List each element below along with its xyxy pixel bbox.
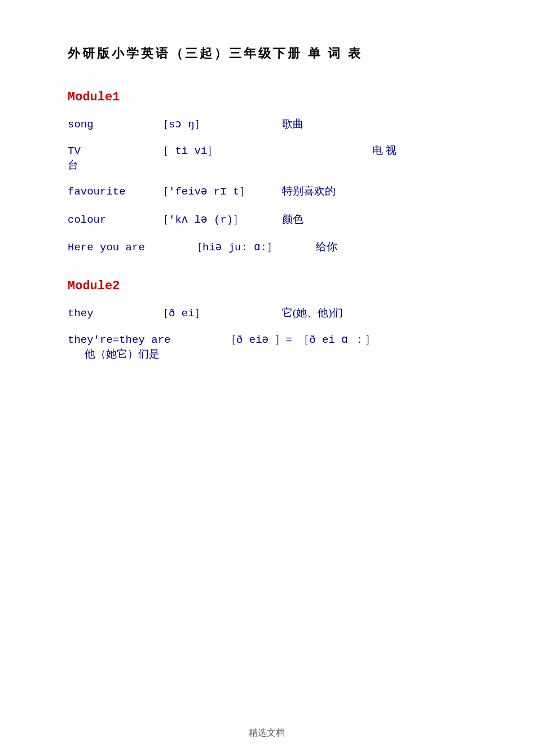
word-english-tv: TV: [68, 145, 158, 157]
word-row-tv: TV ［ ti vi］ 电 视: [68, 143, 465, 158]
word-english-favourite: favourite: [68, 183, 158, 200]
word-chinese-they: 它(她、他)们: [282, 304, 343, 321]
word-english-here-you-are: Here you are: [68, 239, 192, 256]
word-chinese-tv: 电 视: [372, 143, 397, 158]
word-phonetic-tv: ［ ti vi］: [158, 143, 372, 158]
word-chinese-here-you-are: 给你: [316, 238, 337, 255]
word-chinese-song: 歌曲: [282, 116, 303, 132]
word-english-song: song: [68, 116, 158, 133]
word-continuation-tv: 台: [68, 158, 465, 173]
word-english-colour: colour: [68, 211, 158, 228]
module1-section: Module1 song ［sɔ ŋ］ 歌曲 TV ［ ti vi］ 电 视 台…: [68, 90, 465, 257]
word-chinese-colour: 颜色: [282, 211, 303, 228]
module2-heading: Module2: [68, 279, 465, 293]
word-english-they: they: [68, 305, 158, 322]
word-row-colour: colour ［'kʌ lə (r)］ 颜色: [68, 211, 465, 228]
word-phonetic-song: ［sɔ ŋ］: [158, 116, 282, 133]
word-english-theyre: they're=they are: [68, 334, 226, 346]
word-row-song: song ［sɔ ŋ］ 歌曲: [68, 116, 465, 133]
word-phonetic-colour: ［'kʌ lə (r)］: [158, 211, 282, 228]
module2-section: Module2 they ［ð ei］ 它(她、他)们 they're=they…: [68, 279, 465, 361]
word-continuation-theyre: 他（她它）们是: [85, 347, 465, 361]
word-phonetic-they: ［ð ei］: [158, 305, 282, 322]
module1-heading: Module1: [68, 90, 465, 104]
page-title: 外研版小学英语（三起）三年级下册 单 词 表: [68, 45, 465, 62]
word-row-theyre: they're=they are ［ð eiə ］= ［ð ei ɑ ：］: [68, 332, 465, 347]
word-chinese-favourite: 特别喜欢的: [282, 183, 336, 200]
word-row-favourite: favourite ［'feivə rɪ t］ 特别喜欢的: [68, 183, 465, 200]
word-phonetic-theyre: ［ð eiə ］= ［ð ei ɑ ：］: [226, 332, 465, 347]
word-phonetic-here-you-are: ［hiə juː ɑː］: [192, 239, 316, 256]
word-row-here-you-are: Here you are ［hiə juː ɑː］ 给你: [68, 238, 465, 256]
footer-text: 精选文档: [249, 727, 285, 739]
word-phonetic-favourite: ［'feivə rɪ t］: [158, 183, 282, 200]
word-row-they: they ［ð ei］ 它(她、他)们: [68, 304, 465, 322]
